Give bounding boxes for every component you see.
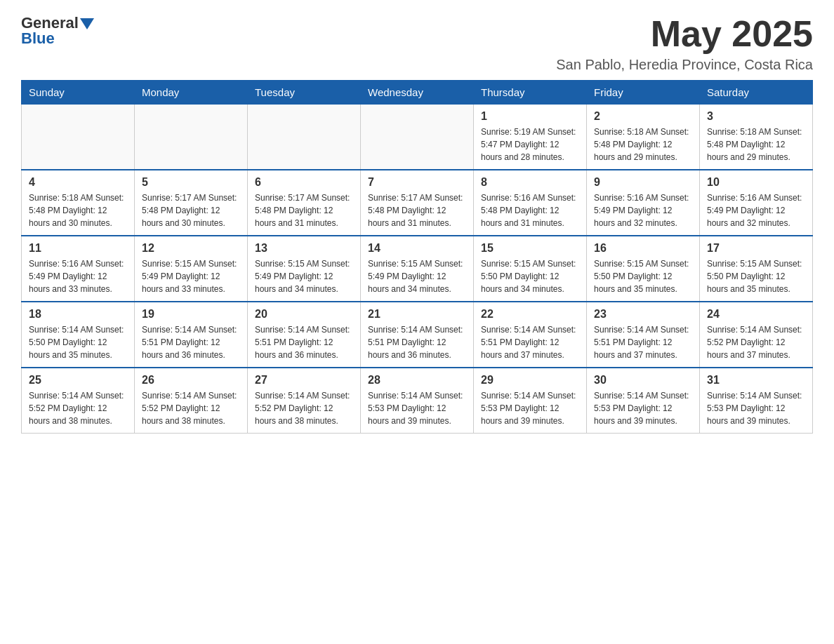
day-info: Sunrise: 5:14 AM Sunset: 5:53 PM Dayligh… [368,389,466,427]
day-info: Sunrise: 5:14 AM Sunset: 5:52 PM Dayligh… [29,389,127,427]
calendar-cell: 6Sunrise: 5:17 AM Sunset: 5:48 PM Daylig… [248,170,361,236]
day-info: Sunrise: 5:15 AM Sunset: 5:49 PM Dayligh… [368,257,466,295]
calendar-week-row: 4Sunrise: 5:18 AM Sunset: 5:48 PM Daylig… [22,170,813,236]
day-info: Sunrise: 5:18 AM Sunset: 5:48 PM Dayligh… [29,192,127,229]
day-number: 12 [142,242,240,255]
month-title: May 2025 [556,14,813,54]
day-number: 22 [481,308,579,321]
day-number: 5 [142,176,240,189]
day-number: 15 [481,242,579,255]
day-number: 30 [594,374,692,387]
day-info: Sunrise: 5:15 AM Sunset: 5:49 PM Dayligh… [142,257,240,295]
day-number: 9 [594,176,692,189]
day-info: Sunrise: 5:18 AM Sunset: 5:48 PM Dayligh… [594,126,692,163]
calendar-cell: 16Sunrise: 5:15 AM Sunset: 5:50 PM Dayli… [587,236,700,302]
day-info: Sunrise: 5:14 AM Sunset: 5:51 PM Dayligh… [368,323,466,361]
calendar-cell: 17Sunrise: 5:15 AM Sunset: 5:50 PM Dayli… [700,236,813,302]
day-number: 26 [142,374,240,387]
calendar-week-row: 1Sunrise: 5:19 AM Sunset: 5:47 PM Daylig… [22,105,813,170]
calendar-cell: 25Sunrise: 5:14 AM Sunset: 5:52 PM Dayli… [22,368,135,434]
day-number: 23 [594,308,692,321]
day-number: 6 [255,176,353,189]
calendar-cell: 30Sunrise: 5:14 AM Sunset: 5:53 PM Dayli… [587,368,700,434]
calendar-cell: 5Sunrise: 5:17 AM Sunset: 5:48 PM Daylig… [135,170,248,236]
header: General Blue May 2025 San Pablo, Heredia… [21,14,813,73]
calendar-cell: 2Sunrise: 5:18 AM Sunset: 5:48 PM Daylig… [587,105,700,170]
day-number: 25 [29,374,127,387]
day-info: Sunrise: 5:14 AM Sunset: 5:51 PM Dayligh… [255,323,353,361]
calendar-header-wednesday: Wednesday [361,81,474,105]
title-area: May 2025 San Pablo, Heredia Province, Co… [556,14,813,73]
day-number: 3 [707,110,805,123]
calendar-cell: 28Sunrise: 5:14 AM Sunset: 5:53 PM Dayli… [361,368,474,434]
calendar-cell: 27Sunrise: 5:14 AM Sunset: 5:52 PM Dayli… [248,368,361,434]
day-number: 14 [368,242,466,255]
day-info: Sunrise: 5:14 AM Sunset: 5:51 PM Dayligh… [142,323,240,361]
calendar-cell [361,105,474,170]
day-number: 10 [707,176,805,189]
calendar-cell: 19Sunrise: 5:14 AM Sunset: 5:51 PM Dayli… [135,302,248,368]
day-info: Sunrise: 5:17 AM Sunset: 5:48 PM Dayligh… [142,192,240,229]
day-info: Sunrise: 5:14 AM Sunset: 5:51 PM Dayligh… [594,323,692,361]
calendar-cell: 10Sunrise: 5:16 AM Sunset: 5:49 PM Dayli… [700,170,813,236]
day-number: 27 [255,374,353,387]
calendar-week-row: 11Sunrise: 5:16 AM Sunset: 5:49 PM Dayli… [22,236,813,302]
day-number: 13 [255,242,353,255]
logo-blue-text: Blue [21,29,55,48]
calendar-week-row: 18Sunrise: 5:14 AM Sunset: 5:50 PM Dayli… [22,302,813,368]
day-info: Sunrise: 5:14 AM Sunset: 5:51 PM Dayligh… [481,323,579,361]
calendar-cell: 11Sunrise: 5:16 AM Sunset: 5:49 PM Dayli… [22,236,135,302]
day-info: Sunrise: 5:14 AM Sunset: 5:50 PM Dayligh… [29,323,127,361]
calendar-header-thursday: Thursday [474,81,587,105]
logo: General Blue [21,14,94,48]
calendar-cell: 7Sunrise: 5:17 AM Sunset: 5:48 PM Daylig… [361,170,474,236]
day-info: Sunrise: 5:16 AM Sunset: 5:49 PM Dayligh… [594,192,692,229]
calendar-week-row: 25Sunrise: 5:14 AM Sunset: 5:52 PM Dayli… [22,368,813,434]
calendar-cell: 18Sunrise: 5:14 AM Sunset: 5:50 PM Dayli… [22,302,135,368]
location-title: San Pablo, Heredia Province, Costa Rica [556,57,813,73]
calendar-cell: 12Sunrise: 5:15 AM Sunset: 5:49 PM Dayli… [135,236,248,302]
day-number: 16 [594,242,692,255]
day-number: 7 [368,176,466,189]
day-number: 28 [368,374,466,387]
logo-triangle-icon [80,18,94,29]
calendar-header-sunday: Sunday [22,81,135,105]
day-info: Sunrise: 5:15 AM Sunset: 5:49 PM Dayligh… [255,257,353,295]
day-info: Sunrise: 5:14 AM Sunset: 5:52 PM Dayligh… [255,389,353,427]
day-info: Sunrise: 5:17 AM Sunset: 5:48 PM Dayligh… [255,192,353,229]
day-number: 24 [707,308,805,321]
calendar-header-saturday: Saturday [700,81,813,105]
calendar-cell: 1Sunrise: 5:19 AM Sunset: 5:47 PM Daylig… [474,105,587,170]
day-info: Sunrise: 5:14 AM Sunset: 5:52 PM Dayligh… [707,323,805,361]
calendar-cell: 21Sunrise: 5:14 AM Sunset: 5:51 PM Dayli… [361,302,474,368]
day-info: Sunrise: 5:16 AM Sunset: 5:49 PM Dayligh… [707,192,805,229]
calendar-header-friday: Friday [587,81,700,105]
day-number: 18 [29,308,127,321]
calendar-cell: 13Sunrise: 5:15 AM Sunset: 5:49 PM Dayli… [248,236,361,302]
calendar-cell [22,105,135,170]
day-info: Sunrise: 5:15 AM Sunset: 5:50 PM Dayligh… [594,257,692,295]
day-number: 11 [29,242,127,255]
calendar-cell: 14Sunrise: 5:15 AM Sunset: 5:49 PM Dayli… [361,236,474,302]
day-number: 8 [481,176,579,189]
calendar-cell: 20Sunrise: 5:14 AM Sunset: 5:51 PM Dayli… [248,302,361,368]
calendar-cell: 31Sunrise: 5:14 AM Sunset: 5:53 PM Dayli… [700,368,813,434]
day-number: 17 [707,242,805,255]
day-number: 19 [142,308,240,321]
day-number: 31 [707,374,805,387]
day-number: 21 [368,308,466,321]
calendar-cell [135,105,248,170]
calendar-cell: 22Sunrise: 5:14 AM Sunset: 5:51 PM Dayli… [474,302,587,368]
calendar-cell: 24Sunrise: 5:14 AM Sunset: 5:52 PM Dayli… [700,302,813,368]
day-info: Sunrise: 5:14 AM Sunset: 5:53 PM Dayligh… [594,389,692,427]
calendar-table: SundayMondayTuesdayWednesdayThursdayFrid… [21,80,813,434]
day-info: Sunrise: 5:18 AM Sunset: 5:48 PM Dayligh… [707,126,805,163]
day-number: 29 [481,374,579,387]
calendar-cell: 29Sunrise: 5:14 AM Sunset: 5:53 PM Dayli… [474,368,587,434]
day-info: Sunrise: 5:14 AM Sunset: 5:53 PM Dayligh… [481,389,579,427]
day-info: Sunrise: 5:15 AM Sunset: 5:50 PM Dayligh… [481,257,579,295]
calendar-header-tuesday: Tuesday [248,81,361,105]
calendar-cell: 4Sunrise: 5:18 AM Sunset: 5:48 PM Daylig… [22,170,135,236]
day-info: Sunrise: 5:15 AM Sunset: 5:50 PM Dayligh… [707,257,805,295]
day-info: Sunrise: 5:14 AM Sunset: 5:53 PM Dayligh… [707,389,805,427]
